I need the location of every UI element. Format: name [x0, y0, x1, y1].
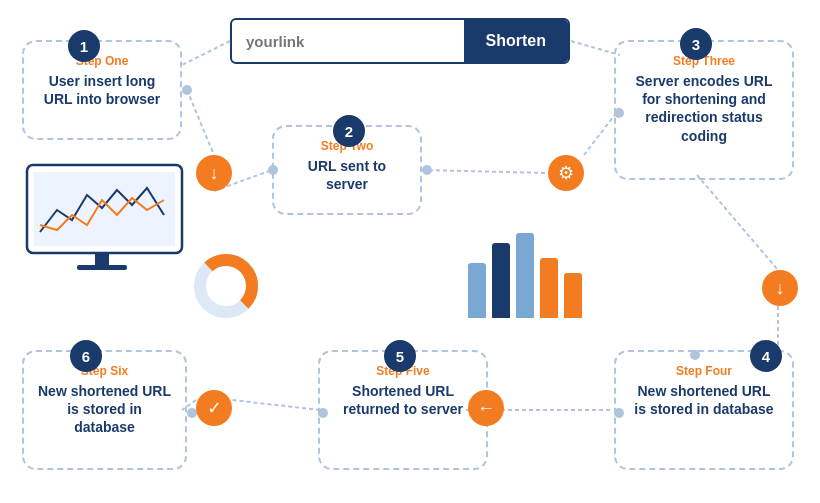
donut-chart [192, 252, 260, 320]
arrow-left-icon: ← [468, 390, 504, 426]
connector-dot-4 [614, 108, 624, 118]
bar-4 [540, 258, 558, 318]
connector-dot-7 [318, 408, 328, 418]
step-4-text: New shortened URL is stored in database [630, 382, 778, 418]
connector-dot-1 [182, 85, 192, 95]
bar-chart [468, 228, 588, 318]
step-2-text: URL sent to server [288, 157, 406, 193]
connector-dot-6 [614, 408, 624, 418]
step-1-text: User insert long URL into browser [38, 72, 166, 108]
step-box-6: Step Six New shortened URL is stored in … [22, 350, 187, 470]
connector-dot-3 [422, 165, 432, 175]
step-box-1: Step One User insert long URL into brows… [22, 40, 182, 140]
step-6-label: Step Six [38, 364, 171, 378]
step-3-text: Server encodes URL for shortening and re… [630, 72, 778, 145]
step-1-label: Step One [38, 54, 166, 68]
svg-rect-14 [95, 253, 109, 265]
step-circle-5: 5 [384, 340, 416, 372]
step-circle-4: 4 [750, 340, 782, 372]
bar-3 [516, 233, 534, 318]
main-container: Shorten 1 [0, 0, 820, 503]
monitor-illustration [22, 160, 192, 275]
step-circle-2: 2 [333, 115, 365, 147]
step-box-3: Step Three Server encodes URL for shorte… [614, 40, 794, 180]
step-circle-6: 6 [70, 340, 102, 372]
connector-dot-5 [690, 350, 700, 360]
bar-5 [564, 273, 582, 318]
step-5-text: Shortened URL returned to server [334, 382, 472, 418]
check-icon: ✓ [196, 390, 232, 426]
shorten-button[interactable]: Shorten [464, 20, 568, 62]
bar-2 [492, 243, 510, 318]
connector-dot-2 [268, 165, 278, 175]
gear-icon: ⚙ [548, 155, 584, 191]
step-6-text: New shortened URL is stored in database [38, 382, 171, 437]
bar-1 [468, 263, 486, 318]
url-input[interactable] [232, 25, 464, 58]
svg-rect-13 [34, 172, 175, 246]
svg-point-18 [208, 268, 244, 304]
arrow-down-1: ↓ [196, 155, 232, 191]
svg-rect-15 [77, 265, 127, 270]
url-bar: Shorten [230, 18, 570, 64]
step-circle-1: 1 [68, 30, 100, 62]
step-circle-3: 3 [680, 28, 712, 60]
arrow-down-2: ↓ [762, 270, 798, 306]
